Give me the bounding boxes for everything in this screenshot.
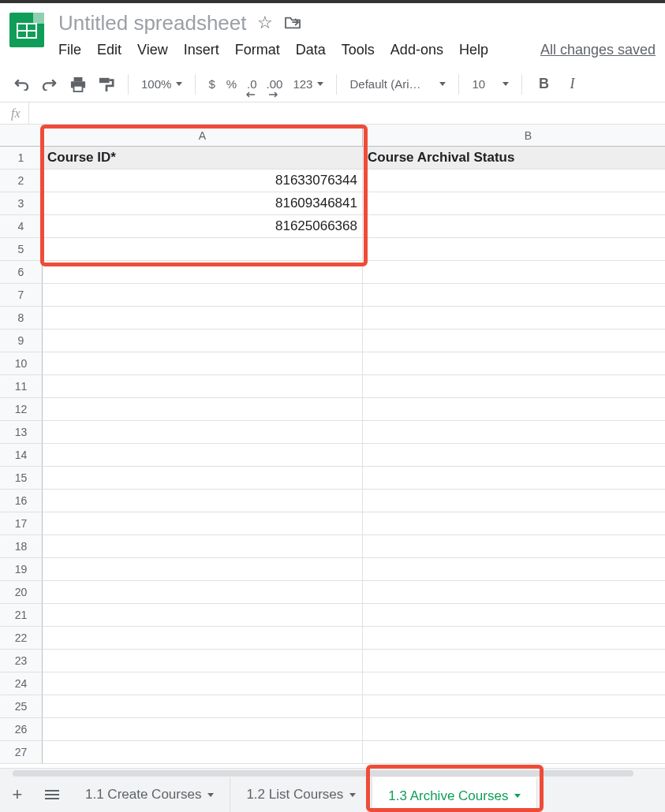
cell[interactable] [363,558,665,581]
undo-icon[interactable] [9,73,33,96]
cell[interactable] [363,261,665,284]
cell[interactable] [43,398,363,421]
row-header[interactable]: 5 [0,238,43,261]
row-header[interactable]: 27 [0,741,43,764]
cell[interactable] [43,421,363,444]
cell[interactable] [363,695,665,718]
row-header[interactable]: 18 [0,535,43,558]
row-header[interactable]: 17 [0,512,43,535]
bold-button[interactable]: B [532,73,555,96]
menu-insert[interactable]: Insert [184,42,219,58]
cell[interactable] [363,398,665,421]
sheets-logo[interactable] [9,13,44,47]
cell[interactable] [363,741,665,764]
number-format-dropdown[interactable]: 123 [290,77,327,91]
cell[interactable]: 81633076344 [43,169,363,192]
cell[interactable] [363,330,665,352]
row-header[interactable]: 13 [0,421,43,444]
star-icon[interactable]: ☆ [257,13,273,33]
row-header[interactable]: 23 [0,650,43,672]
cell[interactable] [363,352,665,375]
row-header[interactable]: 25 [0,695,43,718]
increase-decimal[interactable]: .00 [264,73,286,96]
row-header[interactable]: 2 [0,169,43,192]
cell[interactable] [43,444,363,467]
cell[interactable] [363,284,665,307]
menu-addons[interactable]: Add-ons [390,42,443,58]
cell[interactable] [43,307,363,330]
row-header[interactable]: 6 [0,261,43,284]
row-header[interactable]: 7 [0,284,43,307]
menu-help[interactable]: Help [459,42,488,58]
all-sheets-button[interactable] [35,777,69,812]
menu-edit[interactable]: Edit [97,42,121,58]
cell[interactable] [43,330,363,352]
cell[interactable] [43,627,363,650]
sheet-tab-3[interactable]: 1.3 Archive Courses [372,777,537,812]
format-percent[interactable]: % [223,77,240,91]
menu-data[interactable]: Data [296,42,326,58]
italic-button[interactable]: I [560,73,584,96]
cell[interactable] [363,535,665,558]
sheet-tab-2[interactable]: 1.2 List Courses [230,777,372,812]
cell[interactable] [43,512,363,535]
cell[interactable] [363,467,665,490]
row-header[interactable]: 21 [0,604,43,627]
cell[interactable] [43,672,363,695]
cell[interactable] [43,352,363,375]
cell[interactable] [43,261,363,284]
menu-format[interactable]: Format [235,42,280,58]
cell[interactable] [363,375,665,398]
row-header[interactable]: 8 [0,307,43,330]
menu-tools[interactable]: Tools [342,42,375,58]
cell[interactable] [363,421,665,444]
cell[interactable] [363,604,665,627]
row-header[interactable]: 1 [0,147,43,169]
row-header[interactable]: 11 [0,375,43,398]
print-icon[interactable] [66,73,90,96]
row-header[interactable]: 10 [0,352,43,375]
font-size-dropdown[interactable]: 10 [469,77,512,91]
font-dropdown[interactable]: Default (Ari… [346,77,449,91]
menu-file[interactable]: File [58,42,81,58]
col-header-a[interactable]: A [43,125,363,147]
redo-icon[interactable] [38,73,62,96]
cell[interactable] [43,284,363,307]
cell[interactable] [43,604,363,627]
horizontal-scrollbar[interactable] [0,768,665,777]
cell[interactable] [363,444,665,467]
row-header[interactable]: 4 [0,215,43,238]
cell[interactable] [43,695,363,718]
cell[interactable] [363,627,665,650]
cell[interactable] [43,375,363,398]
row-header[interactable]: 12 [0,398,43,421]
cell[interactable] [43,581,363,604]
cell[interactable] [363,215,665,238]
menu-view[interactable]: View [137,42,168,58]
row-header[interactable]: 16 [0,490,43,512]
row-header[interactable]: 9 [0,330,43,352]
move-to-folder-icon[interactable] [284,16,301,30]
row-header[interactable]: 14 [0,444,43,467]
cell[interactable]: Course ID* [43,147,363,169]
spreadsheet-grid[interactable]: A B 1Course ID*Course Archival Status281… [0,125,665,764]
col-header-b[interactable]: B [363,125,665,147]
cell[interactable] [363,718,665,741]
cell[interactable] [363,512,665,535]
paint-format-icon[interactable] [95,73,118,96]
row-header[interactable]: 15 [0,467,43,490]
row-header[interactable]: 20 [0,581,43,604]
cell[interactable] [363,672,665,695]
format-currency[interactable]: $ [205,77,218,91]
row-header[interactable]: 24 [0,672,43,695]
save-status[interactable]: All changes saved [540,42,656,58]
cell[interactable]: Course Archival Status [363,147,665,169]
cell[interactable] [363,169,665,192]
cell[interactable] [43,490,363,512]
select-all-corner[interactable] [0,125,43,147]
cell[interactable] [43,650,363,672]
cell[interactable] [43,238,363,261]
cell[interactable] [43,467,363,490]
cell[interactable] [363,192,665,215]
cell[interactable] [363,490,665,512]
